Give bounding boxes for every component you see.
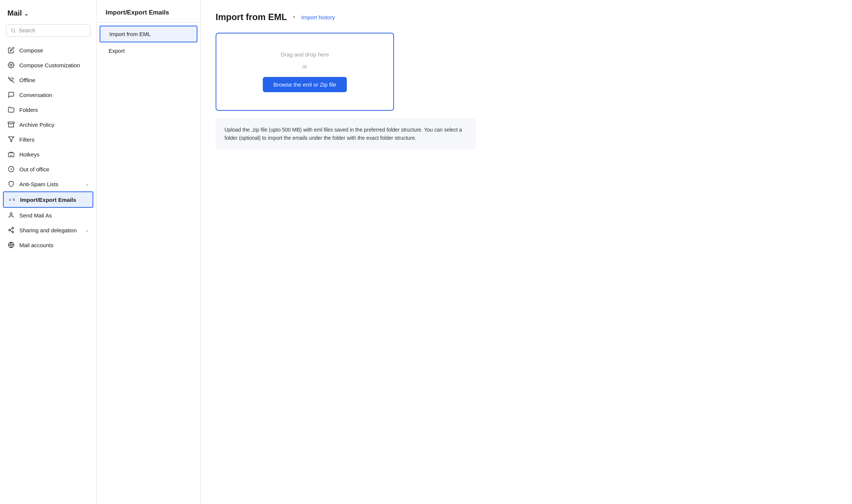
search-input[interactable] — [19, 28, 85, 33]
import-export-icon — [8, 196, 16, 203]
sidebar-item-offline[interactable]: Offline — [0, 72, 96, 87]
offline-icon — [7, 76, 15, 84]
search-box[interactable] — [6, 24, 90, 37]
middle-item-label-export: Export — [109, 48, 125, 54]
anti-spam-chevron-icon: ⌄ — [85, 181, 89, 187]
sidebar-label-hotkeys: Hotkeys — [19, 151, 39, 158]
sidebar-item-mail-accounts[interactable]: Mail accounts — [0, 238, 96, 252]
sidebar-item-anti-spam[interactable]: Anti-Spam Lists ⌄ — [0, 177, 96, 191]
sidebar-item-folders[interactable]: Folders — [0, 102, 96, 117]
sidebar-label-anti-spam: Anti-Spam Lists — [19, 181, 58, 187]
middle-item-label-import-eml: Import from EML — [109, 31, 151, 37]
send-mail-as-icon — [7, 211, 15, 219]
search-icon — [11, 28, 16, 33]
sidebar-label-mail-accounts: Mail accounts — [19, 242, 54, 248]
sidebar-item-archive-policy[interactable]: Archive Policy — [0, 117, 96, 132]
info-box: Upload the .zip file (upto 500 MB) with … — [216, 118, 476, 150]
sidebar: Mail ⌄ Compose Compose Customization Off… — [0, 0, 97, 504]
info-text: Upload the .zip file (upto 500 MB) with … — [225, 126, 467, 142]
sidebar-label-offline: Offline — [19, 77, 35, 83]
anti-spam-icon — [7, 180, 15, 188]
sharing-chevron-icon: ⌄ — [85, 227, 89, 233]
sidebar-label-import-export: Import/Export Emails — [20, 197, 76, 203]
title-chevron-icon: ⌄ — [24, 11, 29, 17]
svg-marker-7 — [9, 137, 14, 142]
main-content: Import from EML • Import history Drag an… — [201, 0, 852, 504]
sidebar-item-import-export[interactable]: Import/Export Emails — [3, 191, 93, 208]
filters-icon — [7, 136, 15, 143]
svg-rect-5 — [8, 122, 14, 123]
sidebar-item-compose-customization[interactable]: Compose Customization — [0, 58, 96, 72]
middle-panel: Import/Export Emails Import from EML Exp… — [97, 0, 201, 504]
sidebar-label-filters: Filters — [19, 136, 35, 143]
svg-rect-8 — [9, 153, 14, 157]
main-title: Import from EML — [216, 12, 287, 22]
app-title-text: Mail — [7, 9, 22, 17]
middle-panel-title: Import/Export Emails — [97, 9, 200, 23]
sidebar-label-folders: Folders — [19, 107, 38, 113]
sidebar-item-filters[interactable]: Filters — [0, 132, 96, 147]
import-history-link[interactable]: Import history — [301, 14, 335, 20]
sidebar-label-out-of-office: Out of office — [19, 166, 49, 172]
mail-accounts-icon — [7, 241, 15, 249]
out-of-office-icon — [7, 165, 15, 173]
drop-zone[interactable]: Drag and drop here or Browse the eml or … — [216, 33, 394, 111]
svg-line-1 — [14, 32, 15, 32]
svg-line-23 — [10, 229, 12, 230]
svg-point-21 — [12, 231, 14, 233]
sidebar-label-compose-customization: Compose Customization — [19, 62, 80, 68]
folders-icon — [7, 106, 15, 113]
compose-icon — [7, 46, 15, 54]
svg-point-20 — [9, 229, 10, 231]
sidebar-item-sharing[interactable]: Sharing and delegation ⌄ — [0, 223, 96, 238]
sidebar-item-out-of-office[interactable]: Out of office — [0, 162, 96, 177]
dot-separator: • — [293, 13, 295, 21]
hotkeys-icon — [7, 151, 15, 158]
archive-icon — [7, 121, 15, 128]
drag-drop-text: Drag and drop here — [231, 51, 378, 58]
svg-point-19 — [12, 227, 14, 229]
sidebar-label-archive-policy: Archive Policy — [19, 122, 54, 128]
compose-custom-icon — [7, 61, 15, 69]
sharing-icon — [7, 226, 15, 234]
svg-point-0 — [12, 29, 15, 32]
main-header: Import from EML • Import history — [216, 12, 837, 22]
browse-button[interactable]: Browse the eml or Zip file — [263, 77, 346, 92]
sidebar-label-conversation: Conversation — [19, 92, 52, 98]
svg-line-22 — [10, 230, 12, 232]
middle-item-import-eml[interactable]: Import from EML — [100, 26, 197, 42]
sidebar-label-sharing: Sharing and delegation — [19, 227, 77, 233]
svg-point-2 — [10, 64, 12, 66]
sidebar-label-send-mail-as: Send Mail As — [19, 212, 52, 219]
or-text: or — [231, 64, 378, 70]
sidebar-item-hotkeys[interactable]: Hotkeys — [0, 147, 96, 162]
sidebar-item-send-mail-as[interactable]: Send Mail As — [0, 208, 96, 223]
conversation-icon — [7, 91, 15, 98]
middle-item-export[interactable]: Export — [100, 43, 197, 58]
svg-point-18 — [10, 213, 12, 215]
app-title[interactable]: Mail ⌄ — [0, 7, 96, 24]
sidebar-item-conversation[interactable]: Conversation — [0, 87, 96, 102]
sidebar-label-compose: Compose — [19, 47, 43, 54]
sidebar-item-compose[interactable]: Compose — [0, 43, 96, 58]
